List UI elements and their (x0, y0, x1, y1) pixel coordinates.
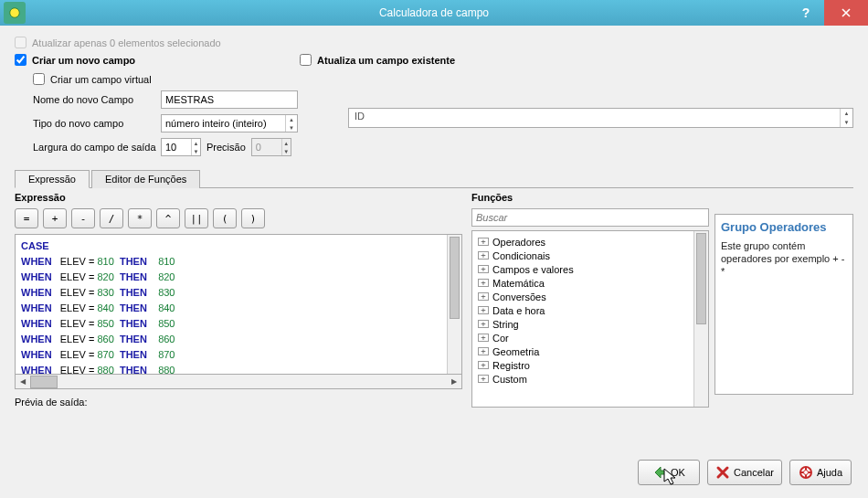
function-group-item[interactable]: +String (474, 317, 692, 331)
expand-icon[interactable]: + (478, 238, 489, 246)
window-title: Calculadora de campo (0, 6, 868, 19)
function-group-item[interactable]: +Campos e valores (474, 262, 692, 276)
help-panel: Grupo Operadores Este grupo contém opera… (715, 214, 853, 395)
field-type-label: Tipo do novo campo (33, 118, 161, 129)
operator-button[interactable]: || (185, 208, 208, 228)
svg-point-0 (10, 8, 20, 18)
field-width-label: Largura do campo de saída (33, 142, 161, 153)
update-existing-label: Atualiza um campo existente (317, 55, 455, 66)
help-panel-header: Grupo Operadores (721, 220, 847, 234)
field-name-input[interactable] (161, 90, 298, 109)
function-search-input[interactable] (471, 208, 709, 227)
existing-field-combo[interactable]: ID ▲▼ (348, 108, 853, 128)
chevron-up-icon[interactable]: ▲ (286, 115, 297, 123)
precision-spinner: ▲▼ (251, 138, 291, 156)
expand-icon[interactable]: + (478, 251, 489, 260)
chevron-down-icon[interactable]: ▼ (286, 123, 297, 132)
function-group-item[interactable]: +Data e hora (474, 303, 692, 317)
operator-button[interactable]: ( (213, 208, 237, 228)
expression-header: Expressão (15, 192, 462, 203)
expand-icon[interactable]: + (478, 347, 489, 355)
field-width-spinner[interactable]: ▲▼ (161, 138, 201, 156)
precision-label: Precisão (206, 142, 246, 153)
ok-button[interactable]: OK (638, 460, 700, 485)
chevron-up-icon[interactable]: ▲ (841, 109, 852, 118)
update-selected-label: Atualizar apenas 0 elementos selecionado (32, 37, 221, 48)
chevron-down-icon[interactable]: ▼ (192, 147, 200, 155)
function-group-item[interactable]: +Matemática (474, 276, 692, 290)
expression-editor[interactable]: CASEWHEN ELEV = 810 THEN 810WHEN ELEV = … (15, 234, 462, 375)
operator-button[interactable]: / (100, 208, 123, 228)
operator-button[interactable]: * (128, 208, 152, 228)
expand-icon[interactable]: + (478, 292, 489, 301)
expand-icon[interactable]: + (478, 361, 489, 369)
help-panel-body: Este grupo contém operadores por exemplo… (721, 239, 847, 278)
tab-expression[interactable]: Expressão (15, 170, 90, 188)
cancel-x-icon (715, 465, 730, 480)
scroll-left-icon[interactable]: ◀ (16, 376, 30, 388)
function-group-item[interactable]: +Geometria (474, 344, 692, 358)
ok-arrow-icon (652, 465, 667, 480)
field-name-label: Nome do novo Campo (33, 94, 161, 105)
tab-function-editor[interactable]: Editor de Funções (91, 170, 200, 188)
expand-icon[interactable]: + (478, 279, 489, 287)
svg-point-2 (803, 471, 808, 475)
operator-button[interactable]: - (71, 208, 95, 228)
title-bar: Calculadora de campo ? (0, 0, 868, 26)
function-group-item[interactable]: +Cor (474, 331, 692, 344)
function-group-item[interactable]: +Conversões (474, 290, 692, 303)
update-selected-checkbox (15, 37, 26, 48)
chevron-up-icon: ▲ (282, 139, 291, 147)
function-tree[interactable]: +Operadores+Condicionais+Campos e valore… (472, 231, 693, 407)
function-group-item[interactable]: +Custom (474, 372, 692, 386)
virtual-field-checkbox[interactable] (33, 73, 45, 85)
update-existing-checkbox[interactable] (300, 54, 312, 66)
virtual-field-label: Criar um campo virtual (50, 74, 152, 85)
operator-button[interactable]: ) (241, 208, 265, 228)
editor-vertical-scrollbar[interactable] (447, 235, 461, 374)
operator-button[interactable]: ^ (156, 208, 180, 228)
help-button[interactable]: Ajuda (789, 460, 852, 485)
function-group-item[interactable]: +Operadores (474, 235, 692, 249)
operator-button[interactable]: = (15, 208, 38, 228)
editor-horizontal-scrollbar[interactable]: ◀ ▶ (15, 375, 462, 389)
cancel-button[interactable]: Cancelar (707, 460, 782, 485)
tabs: Expressão Editor de Funções (15, 169, 853, 188)
expand-icon[interactable]: + (478, 320, 489, 328)
output-preview-label: Prévia de saída: (15, 397, 462, 408)
create-new-field-checkbox[interactable] (15, 54, 26, 66)
app-icon (4, 2, 26, 24)
help-lifebuoy-icon (799, 465, 813, 480)
field-type-combo[interactable]: ▲▼ (161, 114, 298, 132)
help-titlebar-button[interactable]: ? (788, 0, 824, 26)
expand-icon[interactable]: + (478, 334, 489, 342)
chevron-down-icon: ▼ (282, 147, 291, 155)
expand-icon[interactable]: + (478, 375, 489, 383)
expand-icon[interactable]: + (478, 306, 489, 314)
create-new-field-label: Criar um novo campo (32, 55, 135, 66)
operator-button[interactable]: + (43, 208, 67, 228)
function-group-item[interactable]: +Registro (474, 358, 692, 372)
operator-buttons: =+-/*^||() (15, 208, 462, 228)
close-button[interactable] (824, 0, 868, 26)
functions-header: Funções (471, 192, 709, 203)
chevron-down-icon[interactable]: ▼ (841, 118, 852, 127)
function-group-item[interactable]: +Condicionais (474, 249, 692, 262)
functions-scrollbar[interactable] (693, 231, 708, 407)
expand-icon[interactable]: + (478, 265, 489, 273)
chevron-up-icon[interactable]: ▲ (192, 139, 200, 147)
scroll-right-icon[interactable]: ▶ (447, 376, 461, 388)
